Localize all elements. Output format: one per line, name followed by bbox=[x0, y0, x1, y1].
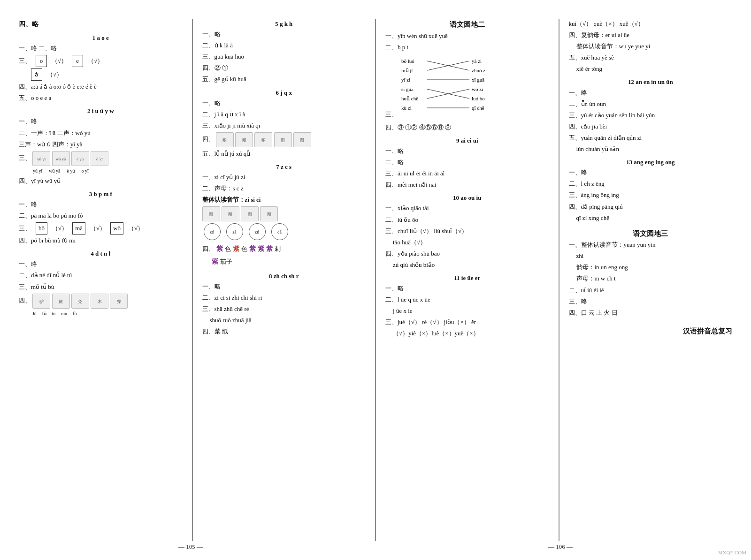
s2-1: 一、略 bbox=[19, 116, 183, 127]
s2-5: 四、yī yú wū yǔ bbox=[19, 176, 183, 186]
img-lv: 旅 bbox=[52, 294, 70, 309]
s1-box2: ǎ （√） bbox=[19, 68, 183, 81]
s6-5: 五、lǚ nǚ jú xú qǚ bbox=[202, 149, 366, 159]
s7-img3: 图 bbox=[241, 206, 259, 221]
s8-1: 一、略 bbox=[202, 281, 366, 292]
s7-circles: zó sā zú cā bbox=[202, 223, 366, 241]
s12-4: 四、cǎo jiā bèi bbox=[569, 121, 733, 132]
section-13-title: 13 ang eng ing ong bbox=[569, 157, 733, 167]
s11-2: 二、l üe q üe x üe bbox=[385, 295, 549, 305]
s8-2: 二、zi ci si zhi chi shi ri bbox=[202, 293, 366, 303]
y4: 四、口 云 上 火 日 bbox=[569, 308, 733, 318]
divider-1 bbox=[192, 19, 193, 541]
s4-img-labels: lú lǜ tù mù fú bbox=[33, 310, 183, 318]
y1c: 声母：m w ch t bbox=[576, 273, 733, 284]
s12-5: 五、yuán quān zì diǎn qún zi bbox=[569, 133, 733, 143]
s11-1: 一、略 bbox=[385, 283, 549, 294]
section-2-title: 2 i u ü y w bbox=[19, 106, 183, 116]
s6-img4: 图 bbox=[274, 132, 292, 147]
svg-text:sī guā: sī guā bbox=[401, 86, 414, 92]
s12-3: 三、yú ér cǎo yuán sēn lín bái yún bbox=[569, 110, 733, 121]
s6-img-row: 四、 图 图 图 图 图 bbox=[202, 132, 366, 147]
circle-sa: sā bbox=[226, 223, 243, 240]
s5-1: 一、略 bbox=[202, 29, 366, 39]
column-3: 语文园地二 一、yīn wén shū xuē yuē 二、b p t 三、 b… bbox=[381, 19, 554, 541]
s9-3: 三、āi uī uǐ ēi éi īn āi āì bbox=[385, 168, 549, 179]
box-e: e bbox=[72, 55, 83, 67]
s13-2: 二、l ch z ēng bbox=[569, 179, 733, 189]
char-zi4: 紫 bbox=[258, 243, 264, 255]
s11-3: j üe x ie bbox=[393, 306, 549, 316]
s7-img4: 图 bbox=[260, 206, 278, 221]
s13-3: 三、áng íng ōng íng bbox=[569, 190, 733, 200]
column-4: kuí（√） què（×） xuě（√） 四、复韵母：er ui ai üe 整… bbox=[564, 19, 737, 541]
section-1-title: 1 a o e bbox=[19, 33, 183, 43]
section-12-title: 12 an en in un ün bbox=[569, 77, 733, 87]
img-mu: 木 bbox=[91, 294, 108, 309]
s2-2: 二、一声：ī ū 二声：wó yú bbox=[19, 128, 183, 138]
svg-text:yā zi: yā zi bbox=[472, 58, 482, 64]
s6-img2: 图 bbox=[235, 132, 253, 147]
section-4-title: 4 d t n l bbox=[19, 249, 183, 259]
section-6-title: 6 j q x bbox=[202, 88, 366, 98]
img-fu: 斧 bbox=[110, 294, 128, 309]
page-num-left: — 105 — bbox=[178, 543, 203, 551]
c3-t4: 四、③ ①② ④⑤⑥⑧ ② bbox=[385, 122, 549, 133]
y3: 三、略 bbox=[569, 296, 733, 307]
section-11-title: 11 ie üe er bbox=[385, 273, 549, 283]
s10-4: tāo huā（√） bbox=[393, 237, 549, 248]
s1-check3: （√） bbox=[47, 69, 62, 80]
column-2: 5 g k h 一、略 二、ǔ k lā ā 三、guā kuā huō 四、②… bbox=[198, 19, 371, 541]
s3-1: 一、略 bbox=[19, 199, 183, 210]
s8-5: 四、菜 纸 bbox=[202, 326, 366, 337]
s12-1: 一、略 bbox=[569, 88, 733, 98]
section-10-title: 10 ao ou iu bbox=[385, 193, 549, 203]
s5-2: 二、ǔ k lā ā bbox=[202, 40, 366, 51]
s10-6: zú qiú shǒu biǎo bbox=[393, 260, 549, 270]
svg-text:yī zi: yī zi bbox=[401, 77, 410, 83]
s1-san: 三、 bbox=[19, 56, 31, 66]
s3-2: 二、pā mā lā bō pú mō fó bbox=[19, 211, 183, 221]
color-section: 四、 紫 色 紫 色 紫 紫 紫 刺 紫 茄子 bbox=[202, 243, 366, 267]
hpsfy-title: 汉语拼音总复习 bbox=[683, 327, 732, 335]
s5-4: 四、② ① bbox=[202, 63, 366, 73]
svg-text:zhuō zi: zhuō zi bbox=[472, 68, 487, 73]
y1: 一、整体认读音节：yuan yun yin bbox=[569, 240, 733, 250]
color-chars-row: 四、 紫 色 紫 色 紫 紫 紫 刺 bbox=[202, 243, 366, 255]
s1-check1: （√） bbox=[52, 56, 67, 66]
s1-check2: （√） bbox=[88, 56, 103, 66]
s8-4: shuō ruò zhuā jiā bbox=[210, 315, 366, 325]
s13-4: 四、dǎ pīng pāng qiú bbox=[569, 202, 733, 212]
s9-2: 二、略 bbox=[385, 157, 549, 167]
box-o: o bbox=[36, 55, 47, 67]
char-zi3: 紫 bbox=[249, 243, 256, 255]
page-num-right: — 106 — bbox=[548, 543, 573, 551]
c3-t1: 一、yīn wén shū xuē yuē bbox=[385, 31, 549, 41]
img-yuyi: yú yī bbox=[32, 151, 50, 166]
s7-img1: 图 bbox=[202, 206, 220, 221]
img-oyi: ō yī bbox=[91, 151, 108, 166]
img-eyu: é yú bbox=[71, 151, 89, 166]
cross-svg: bō luó mǔ jī yī zi sī guā huǒ chē kù zi … bbox=[399, 55, 507, 116]
divider-3 bbox=[559, 19, 559, 541]
y2: 二、uǐ iú éi ié bbox=[569, 285, 733, 295]
s4-1: 一、略 bbox=[19, 259, 183, 269]
s10-2: 二、iú ǒu ōo bbox=[385, 215, 549, 225]
svg-text:huǒ chē: huǒ chē bbox=[401, 96, 418, 101]
s10-3: 三、chuī liǔ（√） liú shuǐ（√） bbox=[385, 226, 549, 236]
svg-text:bō luó: bō luó bbox=[401, 58, 414, 64]
char-zi5: 紫 bbox=[266, 243, 273, 255]
s7-img2: 图 bbox=[222, 206, 239, 221]
svg-text:luó bo: luó bo bbox=[472, 96, 485, 101]
svg-text:mǔ jī: mǔ jī bbox=[401, 68, 413, 73]
col3-title: 语文园地二 bbox=[385, 19, 549, 31]
column-1: 四、略 1 a o e 一、略 二、略 三、 o （√） e （√） ǎ （√）… bbox=[14, 19, 187, 541]
watermark: MXQE.COM bbox=[718, 550, 746, 555]
circle-ca: cā bbox=[271, 223, 288, 240]
section-5-title: 5 g k h bbox=[202, 19, 366, 29]
s3-4: 四、pó bī bù mù fǔ mī bbox=[19, 235, 183, 246]
y1a: zhi bbox=[576, 251, 733, 261]
s2-img-row: 三、 yú yī wū yā é yú ō yī bbox=[19, 151, 183, 166]
ywyd3-title: 语文园地三 bbox=[569, 228, 733, 240]
s9-4: 四、mèi mei nǎi nai bbox=[385, 180, 549, 190]
